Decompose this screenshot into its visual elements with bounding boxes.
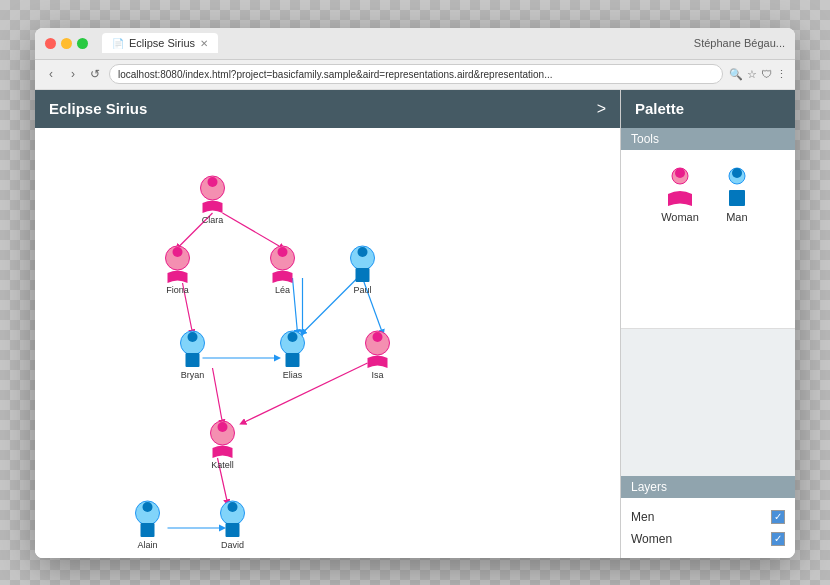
woman-tool[interactable]: Woman xyxy=(661,166,699,313)
palette-layers-area: Men ✓ Women ✓ xyxy=(621,498,795,558)
woman-icon xyxy=(662,166,698,206)
user-name: Stéphane Bégau... xyxy=(694,37,785,49)
search-icon[interactable]: 🔍 xyxy=(729,68,743,81)
node-lea: Léa xyxy=(271,246,295,295)
svg-text:Clara: Clara xyxy=(202,215,224,225)
svg-rect-37 xyxy=(286,353,300,367)
man-label: Man xyxy=(726,211,747,223)
svg-line-9 xyxy=(243,363,368,423)
browser-window: 📄 Eclipse Sirius ✕ Stéphane Bégau... ‹ ›… xyxy=(35,28,795,558)
shield-icon: 🛡 xyxy=(761,68,772,80)
diagram-area[interactable]: Clara Fiona Léa xyxy=(35,128,620,558)
man-icon xyxy=(719,166,755,206)
svg-text:Léa: Léa xyxy=(275,285,290,295)
family-diagram: Clara Fiona Léa xyxy=(35,128,620,558)
menu-icon[interactable]: ⋮ xyxy=(776,68,787,81)
svg-point-19 xyxy=(278,247,288,257)
node-alain: Alain xyxy=(136,501,160,550)
svg-rect-33 xyxy=(186,353,200,367)
back-button[interactable]: ‹ xyxy=(43,66,59,82)
browser-tab[interactable]: 📄 Eclipse Sirius ✕ xyxy=(102,33,218,53)
url-text: localhost:8080/index.html?project=basicf… xyxy=(118,69,553,80)
layer-women-label: Women xyxy=(631,532,672,546)
tab-icon: 📄 xyxy=(112,38,124,49)
node-katell: Katell xyxy=(211,421,235,470)
traffic-lights xyxy=(45,38,88,49)
maximize-button[interactable] xyxy=(77,38,88,49)
node-clara: Clara xyxy=(201,176,225,225)
node-fiona: Fiona xyxy=(166,246,190,295)
svg-point-40 xyxy=(143,502,153,512)
node-bryan: Bryan xyxy=(181,331,205,380)
svg-text:Elias: Elias xyxy=(283,370,303,380)
svg-text:Alain: Alain xyxy=(137,540,157,550)
node-isa: Isa xyxy=(366,331,390,380)
refresh-button[interactable]: ↺ xyxy=(87,66,103,82)
layer-men-label: Men xyxy=(631,510,654,524)
layer-men-row[interactable]: Men ✓ xyxy=(621,506,795,528)
forward-button[interactable]: › xyxy=(65,66,81,82)
tab-close-icon[interactable]: ✕ xyxy=(200,38,208,49)
main-area: Eclipse Sirius > xyxy=(35,90,795,558)
right-panel: Palette Tools Woman xyxy=(620,90,795,558)
address-bar: ‹ › ↺ localhost:8080/index.html?project=… xyxy=(35,60,795,90)
palette-title: Palette xyxy=(635,100,684,117)
svg-text:Paul: Paul xyxy=(353,285,371,295)
svg-text:Isa: Isa xyxy=(371,370,383,380)
node-david: David xyxy=(221,501,245,550)
svg-point-13 xyxy=(208,177,218,187)
svg-line-6 xyxy=(303,278,358,333)
palette-tools-area: Woman Man xyxy=(621,150,795,330)
layer-women-row[interactable]: Women ✓ xyxy=(621,528,795,550)
svg-point-25 xyxy=(218,422,228,432)
svg-point-32 xyxy=(188,332,198,342)
title-bar: 📄 Eclipse Sirius ✕ Stéphane Bégau... xyxy=(35,28,795,60)
node-paul: Paul xyxy=(351,246,375,295)
palette-header: Palette xyxy=(621,90,795,128)
svg-point-36 xyxy=(288,332,298,342)
bookmark-icon[interactable]: ☆ xyxy=(747,68,757,81)
svg-point-48 xyxy=(675,168,685,178)
svg-point-50 xyxy=(732,168,742,178)
svg-point-16 xyxy=(173,247,183,257)
minimize-button[interactable] xyxy=(61,38,72,49)
svg-line-8 xyxy=(213,368,223,423)
node-elias: Elias xyxy=(281,331,305,380)
left-panel: Eclipse Sirius > xyxy=(35,90,620,558)
svg-rect-45 xyxy=(226,523,240,537)
tools-section-header: Tools xyxy=(621,128,795,150)
svg-line-1 xyxy=(223,213,283,248)
man-tool[interactable]: Man xyxy=(719,166,755,313)
svg-text:Bryan: Bryan xyxy=(181,370,205,380)
svg-rect-51 xyxy=(729,190,745,206)
svg-point-28 xyxy=(358,247,368,257)
svg-text:David: David xyxy=(221,540,244,550)
app-title: Eclipse Sirius xyxy=(49,100,147,117)
url-input[interactable]: localhost:8080/index.html?project=basicf… xyxy=(109,64,723,84)
svg-rect-29 xyxy=(356,268,370,282)
woman-label: Woman xyxy=(661,211,699,223)
app-header: Eclipse Sirius > xyxy=(35,90,620,128)
layer-women-checkbox[interactable]: ✓ xyxy=(771,532,785,546)
svg-text:Fiona: Fiona xyxy=(166,285,189,295)
svg-rect-41 xyxy=(141,523,155,537)
svg-text:Katell: Katell xyxy=(211,460,234,470)
tab-title: Eclipse Sirius xyxy=(129,37,195,49)
address-icons: 🔍 ☆ 🛡 ⋮ xyxy=(729,68,787,81)
layers-section-header: Layers xyxy=(621,476,795,498)
svg-point-22 xyxy=(373,332,383,342)
close-button[interactable] xyxy=(45,38,56,49)
layer-men-checkbox[interactable]: ✓ xyxy=(771,510,785,524)
header-arrow-icon[interactable]: > xyxy=(597,100,606,118)
svg-line-3 xyxy=(293,278,298,333)
svg-point-44 xyxy=(228,502,238,512)
